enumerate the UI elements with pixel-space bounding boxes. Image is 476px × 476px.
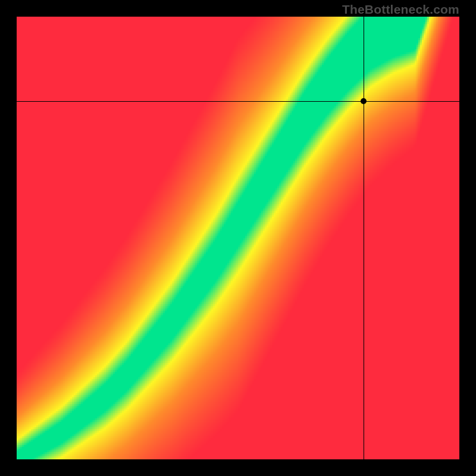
crosshair-vertical xyxy=(364,17,364,459)
chart-frame: TheBottleneck.com xyxy=(0,0,476,476)
crosshair-horizontal xyxy=(17,101,459,102)
watermark-label: TheBottleneck.com xyxy=(342,2,459,17)
crosshair-point-icon xyxy=(361,98,367,104)
heatmap-canvas xyxy=(17,17,459,459)
heatmap-plot xyxy=(17,17,459,459)
